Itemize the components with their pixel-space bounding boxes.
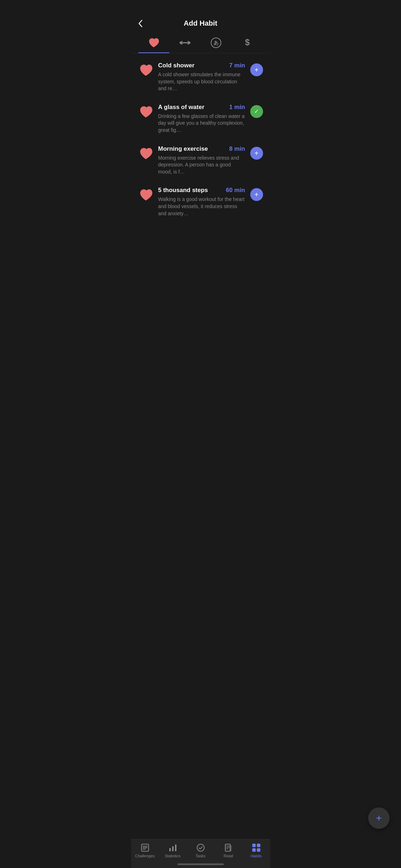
tab-fitness[interactable]	[169, 37, 201, 53]
check-icon-1: ✓	[254, 108, 259, 115]
tab-mindfulness[interactable]: あ	[201, 37, 232, 53]
habit-item-water: A glass of water 1 min Drinking a few gl…	[131, 98, 270, 140]
habit-heart-icon-1	[138, 104, 153, 119]
habit-duration-1: 1 min	[229, 104, 245, 111]
category-tabs: あ $	[131, 33, 270, 53]
habit-desc-1: Drinking a few glasses of clean water a …	[158, 113, 245, 134]
svg-text:$: $	[245, 38, 250, 47]
habit-title-row-1: A glass of water 1 min	[158, 104, 245, 111]
habit-item-exercise: Morning exercise 8 min Morning exercise …	[131, 140, 270, 181]
tab-finance[interactable]: $	[232, 37, 263, 53]
habit-title-row-0: Cold shower 7 min	[158, 62, 245, 69]
page-title: Add Habit	[184, 19, 217, 27]
header: Add Habit	[131, 16, 270, 33]
habit-content-0: Cold shower 7 min A cold shower stimulat…	[158, 62, 245, 92]
habit-add-button-3[interactable]: +	[250, 188, 263, 201]
tab-health[interactable]	[138, 37, 170, 53]
habit-item-cold-shower: Cold shower 7 min A cold shower stimulat…	[131, 56, 270, 98]
habit-desc-0: A cold shower stimulates the immune syst…	[158, 71, 245, 92]
svg-rect-3	[189, 42, 190, 44]
habit-content-1: A glass of water 1 min Drinking a few gl…	[158, 104, 245, 134]
svg-rect-4	[182, 42, 187, 43]
habit-duration-0: 7 min	[229, 62, 245, 69]
habit-add-button-0[interactable]: +	[250, 63, 263, 76]
add-icon-3: +	[255, 191, 259, 198]
svg-rect-0	[180, 42, 181, 44]
habit-item-steps: 5 thousand steps 60 min Walking is a goo…	[131, 181, 270, 223]
habit-heart-icon-0	[138, 63, 153, 78]
habit-added-button-1[interactable]: ✓	[250, 105, 263, 118]
add-icon-2: +	[255, 150, 259, 157]
habit-heart-icon-3	[138, 187, 153, 202]
habit-list: Cold shower 7 min A cold shower stimulat…	[131, 53, 270, 226]
habit-name-3: 5 thousand steps	[158, 187, 208, 194]
status-bar	[131, 0, 270, 16]
back-button[interactable]	[138, 20, 143, 27]
svg-rect-2	[187, 41, 189, 45]
dumbbell-tab-icon	[179, 37, 191, 49]
habit-title-row-2: Morning exercise 8 min	[158, 145, 245, 153]
habit-name-0: Cold shower	[158, 62, 195, 69]
habit-heart-icon-2	[138, 146, 153, 161]
add-icon-0: +	[255, 66, 259, 73]
svg-text:あ: あ	[214, 40, 219, 46]
habit-desc-3: Walking is a good workout for the heart …	[158, 196, 245, 217]
svg-rect-1	[181, 41, 182, 45]
habit-name-1: A glass of water	[158, 104, 205, 111]
heart-tab-icon	[148, 37, 160, 49]
dollar-tab-icon: $	[241, 37, 253, 49]
habit-add-button-2[interactable]: +	[250, 147, 263, 160]
habit-title-row-3: 5 thousand steps 60 min	[158, 187, 245, 194]
habit-duration-2: 8 min	[229, 145, 245, 153]
habit-name-2: Morning exercise	[158, 145, 208, 153]
habit-duration-3: 60 min	[226, 187, 245, 194]
habit-content-2: Morning exercise 8 min Morning exercise …	[158, 145, 245, 176]
habit-content-3: 5 thousand steps 60 min Walking is a goo…	[158, 187, 245, 217]
habit-desc-2: Morning exercise relieves stress and dep…	[158, 155, 245, 176]
mindfulness-tab-icon: あ	[210, 37, 222, 49]
